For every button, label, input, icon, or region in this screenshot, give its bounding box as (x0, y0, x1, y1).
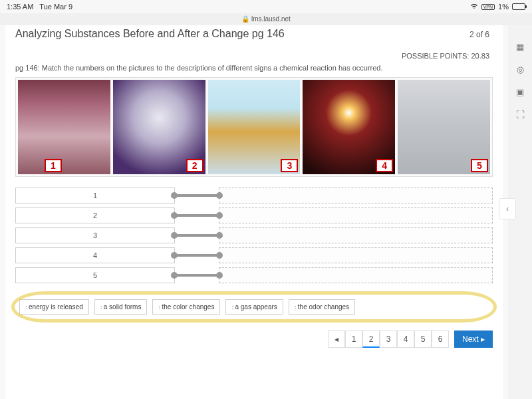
pager-page-1[interactable]: 1 (345, 331, 362, 348)
connector-icon (174, 234, 220, 237)
chevron-left-icon: ‹ (506, 204, 509, 213)
vpn-badge: VPN (481, 4, 495, 10)
match-row-1: 1 (15, 188, 493, 203)
match-row-4: 4 (15, 247, 493, 263)
choice-gas-appears[interactable]: ::a gas appears (225, 299, 283, 315)
drop-target-1[interactable] (219, 188, 493, 203)
pager-page-2[interactable]: 2 (362, 331, 380, 348)
quiz-content: Analyzing Substances Before and After a … (5, 25, 503, 399)
image-1: 1 (18, 80, 110, 174)
match-row-2: 2 (15, 207, 493, 223)
pager-page-5[interactable]: 5 (414, 331, 432, 348)
image-2: 2 (113, 80, 205, 174)
choice-solid-forms[interactable]: ::a solid forms (94, 299, 148, 315)
image-4: 4 (303, 80, 395, 174)
match-row-5: 5 (15, 267, 493, 283)
prompt-slot-3: 3 (15, 227, 175, 243)
target-icon[interactable]: ◎ (515, 64, 525, 74)
pager-page-3[interactable]: 3 (380, 331, 397, 348)
pager-page-4[interactable]: 4 (397, 331, 414, 348)
status-time-date: 1:35 AM Tue Mar 9 (7, 3, 72, 11)
pagination: ◂ 1 2 3 4 5 6 Next ▸ (15, 331, 493, 348)
prompt-slot-2: 2 (15, 207, 175, 223)
grip-icon: :: (100, 304, 101, 311)
url-domain: lms.lausd.net (251, 15, 291, 23)
battery-icon (512, 3, 525, 10)
reference-images: 1 2 3 4 5 (15, 77, 493, 177)
collapse-sidebar-button[interactable]: ‹ (499, 198, 516, 219)
ipad-status-bar: 1:35 AM Tue Mar 9 VPN 1% (0, 0, 532, 13)
possible-points: POSSIBLE POINTS: 20.83 (15, 52, 489, 60)
choice-color-changes[interactable]: ::the color changes (152, 299, 220, 315)
answer-bank: ::energy is released ::a solid forms ::t… (15, 293, 493, 321)
grip-icon: :: (295, 304, 295, 311)
calculator-icon[interactable]: ▣ (515, 86, 525, 97)
browser-url-bar[interactable]: 🔒 lms.lausd.net (0, 13, 532, 25)
right-toolbar: ▦ ◎ ▣ ⛶ ‹ (508, 25, 532, 399)
image-5: 5 (398, 80, 490, 174)
choice-odor-changes[interactable]: ::the odor changes (289, 299, 355, 315)
lock-icon: 🔒 (241, 13, 249, 25)
next-button[interactable]: Next ▸ (454, 331, 493, 348)
pager-page-6[interactable]: 6 (432, 331, 449, 348)
drop-target-2[interactable] (219, 207, 493, 223)
connector-icon (174, 214, 220, 217)
grip-icon: :: (25, 304, 26, 311)
pager-prev-button[interactable]: ◂ (328, 331, 345, 348)
question-prompt: pg 146: Match the numbers on the picture… (15, 64, 493, 72)
grip-icon: :: (231, 304, 232, 311)
prompt-slot-1: 1 (15, 188, 175, 203)
connector-icon (174, 194, 220, 197)
page-title: Analyzing Substances Before and After a … (15, 28, 285, 40)
connector-icon (174, 274, 220, 277)
prompt-slot-4: 4 (15, 247, 175, 263)
drop-target-5[interactable] (219, 267, 493, 283)
fullscreen-icon[interactable]: ⛶ (515, 109, 525, 120)
match-row-3: 3 (15, 227, 493, 243)
status-right: VPN 1% (470, 3, 525, 11)
question-counter: 2 of 6 (469, 30, 493, 39)
calendar-icon[interactable]: ▦ (515, 41, 525, 52)
drop-target-3[interactable] (219, 227, 493, 243)
drop-target-4[interactable] (219, 247, 493, 263)
prompt-slot-5: 5 (15, 267, 175, 283)
grip-icon: :: (158, 304, 159, 311)
choice-energy-released[interactable]: ::energy is released (19, 299, 89, 315)
wifi-icon (470, 3, 478, 11)
matching-area: 1 2 3 4 5 (15, 188, 493, 283)
connector-icon (174, 254, 220, 257)
battery-percent: 1% (498, 3, 509, 11)
image-3: 3 (208, 80, 301, 174)
